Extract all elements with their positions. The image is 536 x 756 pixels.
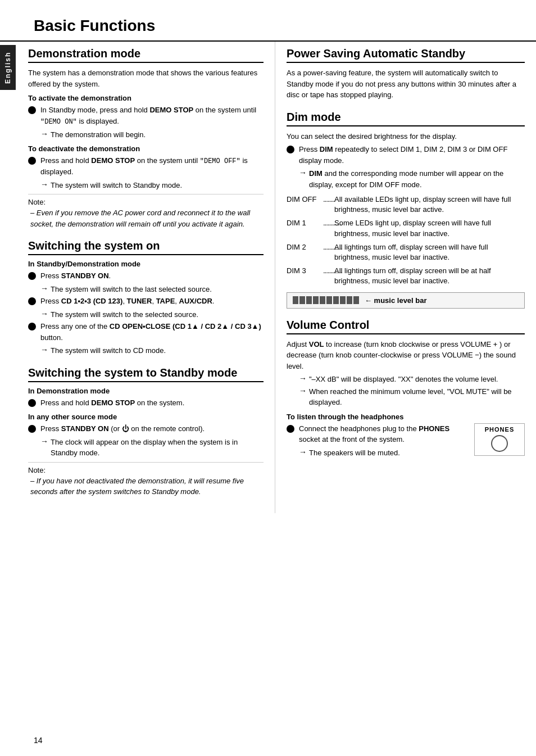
switching-on-bullet-2-text: Press CD 1•2•3 (CD 123), TUNER, TAPE, AU… [40,296,264,307]
dim-3-desc: All lightings turn off, display screen w… [334,266,525,286]
switching-on-bullet-3-text: Press any one of the CD OPEN•CLOSE (CD 1… [40,321,264,343]
music-bar-area: ← music level bar [287,292,525,309]
volume-control-title: Volume Control [287,319,525,334]
bullet-dot [28,323,36,331]
section-switching-on: Switching the system on In Standby/Demon… [28,239,264,356]
dim-2-row: DIM 2 ............. All lightings turn o… [287,242,525,262]
switching-on-arrow-3: → The system will switch to CD mode. [40,345,264,356]
bullet-dot [28,297,36,305]
section-demonstration-mode: Demonstration mode The system has a demo… [28,47,264,229]
dim-mode-intro: You can select the desired brightness fo… [287,131,525,142]
dim-2-label: DIM 2 [287,242,323,262]
activate-bullet-text: In Standby mode, press and hold DEMO STO… [40,105,264,127]
arrow-icon: → [299,374,307,383]
note-text: – Even if you remove the AC power cord a… [30,207,264,229]
switching-on-bullet-2: Press CD 1•2•3 (CD 123), TUNER, TAPE, AU… [28,296,264,307]
other-source-subtitle: In any other source mode [28,413,264,421]
demo-stop-bold2: DEMO STOP [91,156,135,165]
bullet-dot [28,272,36,280]
headphones-bullet: Connect the headphones plug to the PHONE… [287,423,469,445]
dim-arrow-text: DIM and the corresponding mode number wi… [309,168,525,190]
dim-off-row: DIM OFF ........ All available LEDs ligh… [287,194,525,215]
headphones-bullet-text: Connect the headphones plug to the PHONE… [299,423,469,445]
phones-label: PHONES [477,426,522,433]
switching-on-bullet-3: Press any one of the CD OPEN•CLOSE (CD 1… [28,321,264,343]
standby-arrow-text: The clock will appear on the display whe… [51,437,264,459]
tuner-bold: TUNER [127,297,152,305]
arrow-icon: → [40,345,48,354]
bar-cell-10 [353,296,359,304]
dim-3-row: DIM 3 ............. All lightings turn o… [287,266,525,286]
page-number: 14 [34,736,43,745]
bar-cell-9 [347,296,352,304]
switching-on-bullet-1: Press STANDBY ON. [28,270,264,282]
headphones-arrow-text: The speakers will be muted. [309,447,400,459]
arrow-icon: → [40,129,48,138]
arrow-icon: → [299,447,307,456]
standby-bullet-1-text: Press and hold DEMO STOP on the system. [40,397,264,409]
arrow-icon: → [40,180,48,189]
dim-mode-title: Dim mode [287,111,525,126]
dim-3-dots: ............. [323,266,334,286]
switching-on-arrow-1: → The system will switch to the last sel… [40,284,264,295]
switching-on-arrow-3-text: The system will switch to CD mode. [51,345,166,356]
deactivate-bullet-1: Press and hold DEMO STOP on the system u… [28,155,264,178]
standby-bullet-1: Press and hold DEMO STOP on the system. [28,397,264,409]
bullet-dot [28,399,36,407]
phones-circle-icon [491,435,508,452]
headphones-area: Connect the headphones plug to the PHONE… [287,423,525,460]
tape-bold: TAPE [156,297,175,305]
bullet-dot [28,425,36,433]
volume-arrow-1: → "–XX dB" will be displayed. "XX" denot… [299,374,525,385]
headphones-text-block: Connect the headphones plug to the PHONE… [287,423,469,460]
dim-bullet-text: Press DIM repeatedly to select DIM 1, DI… [299,144,525,166]
sidebar-tab: English [0,45,16,90]
deactivate-subtitle: To deactivate the demonstration [28,144,264,153]
phones-bold: PHONES [419,424,449,433]
bullet-dot [287,146,294,153]
arrow-icon: → [40,284,48,293]
dim-1-label: DIM 1 [287,218,323,238]
music-bar-label: ← music level bar [365,296,427,305]
demo-stop-bold: DEMO STOP [149,106,193,114]
dim-options-list: DIM OFF ........ All available LEDs ligh… [287,194,525,287]
deactivate-arrow-text: The system will switch to Standby mode. [51,180,182,191]
power-saving-text: As a power-saving feature, the system wi… [287,67,525,101]
demo-off-mono: "DEMO OFF" [200,157,240,165]
demonstration-mode-intro: The system has a demonstration mode that… [28,67,264,89]
standby-note-label: Note: [28,466,264,474]
bar-cell-1 [293,296,298,304]
arrow-icon: → [40,309,48,318]
bar-cell-2 [299,296,305,304]
arrow-icon: → [299,386,307,395]
bar-cell-4 [313,296,319,304]
switching-standby-title: Switching the system to Standby mode [28,366,264,382]
bar-cell-5 [320,296,325,304]
vol-bold: VOL [309,340,324,348]
activate-subtitle: To activate the demonstration [28,94,264,102]
activate-arrow: → The demonstration will begin. [40,129,264,141]
headphones-subtitle: To listen through the headphones [287,413,525,421]
section-volume-control: Volume Control Adjust VOL to increase (t… [287,319,525,460]
dim-2-desc: All lightings turn off, display screen w… [334,242,525,262]
dim-1-dots: ............. [323,218,334,238]
standby-note-text: – If you have not deactivated the demons… [30,476,264,497]
demonstration-mode-title: Demonstration mode [28,47,264,63]
switching-on-title: Switching the system on [28,239,264,255]
note-label: Note: [28,198,264,206]
dim-off-dots: ........ [323,194,334,215]
switching-on-arrow-2: → The system will switch to the selected… [40,309,264,320]
bar-cell-8 [340,296,346,304]
bar-cell-6 [326,296,332,304]
in-demo-mode-subtitle: In Demonstration mode [28,387,264,395]
music-bar-display [293,296,359,304]
section-power-saving: Power Saving Automatic Standby As a powe… [287,47,525,101]
left-column: Demonstration mode The system has a demo… [17,42,275,513]
standby-on-bold2: STANDBY ON [61,424,109,433]
volume-arrow-2-text: When reached the minimum volume level, "… [309,386,525,408]
demo-stop-bold3: DEMO STOP [91,399,135,407]
dim-1-desc: Some LEDs light up, display screen will … [334,218,525,238]
headphones-arrow: → The speakers will be muted. [299,447,469,459]
standby-bullet-2-text: Press STANDBY ON (or ⏻ on the remote con… [40,423,264,434]
switching-on-arrow-2-text: The system will switch to the selected s… [51,309,198,320]
